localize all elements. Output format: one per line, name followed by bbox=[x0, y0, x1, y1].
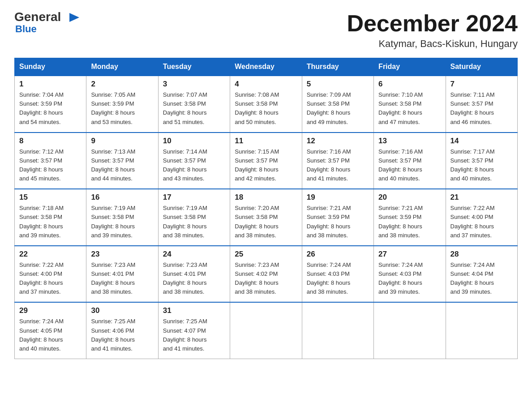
day-info: Sunrise: 7:24 AM Sunset: 4:04 PM Dayligh… bbox=[450, 261, 513, 297]
day-cell: 18 Sunrise: 7:20 AM Sunset: 3:58 PM Dayl… bbox=[230, 189, 302, 246]
day-cell: 29 Sunrise: 7:24 AM Sunset: 4:05 PM Dayl… bbox=[15, 302, 86, 359]
day-cell: 26 Sunrise: 7:24 AM Sunset: 4:03 PM Dayl… bbox=[302, 246, 373, 303]
day-info: Sunrise: 7:05 AM Sunset: 3:59 PM Dayligh… bbox=[91, 90, 153, 127]
day-info: Sunrise: 7:22 AM Sunset: 4:00 PM Dayligh… bbox=[450, 204, 513, 240]
day-info: Sunrise: 7:22 AM Sunset: 4:00 PM Dayligh… bbox=[19, 261, 82, 297]
day-info: Sunrise: 7:23 AM Sunset: 4:02 PM Dayligh… bbox=[235, 261, 297, 297]
day-number: 30 bbox=[91, 306, 153, 315]
day-number: 22 bbox=[19, 250, 82, 259]
logo: General Blue bbox=[14, 11, 79, 35]
day-cell: 16 Sunrise: 7:19 AM Sunset: 3:58 PM Dayl… bbox=[86, 189, 158, 246]
day-cell: 19 Sunrise: 7:21 AM Sunset: 3:59 PM Dayl… bbox=[302, 189, 373, 246]
day-cell: 20 Sunrise: 7:21 AM Sunset: 3:59 PM Dayl… bbox=[374, 189, 446, 246]
day-number: 8 bbox=[19, 137, 82, 146]
day-number: 17 bbox=[163, 193, 225, 202]
header-sunday: Sunday bbox=[15, 58, 86, 76]
day-number: 20 bbox=[378, 193, 441, 202]
day-cell: 13 Sunrise: 7:16 AM Sunset: 3:57 PM Dayl… bbox=[374, 133, 446, 189]
day-info: Sunrise: 7:19 AM Sunset: 3:58 PM Dayligh… bbox=[91, 204, 153, 240]
day-cell: 7 Sunrise: 7:11 AM Sunset: 3:57 PM Dayli… bbox=[446, 76, 517, 133]
day-info: Sunrise: 7:23 AM Sunset: 4:01 PM Dayligh… bbox=[163, 261, 225, 297]
day-number: 21 bbox=[450, 193, 513, 202]
page-header: General Blue December 2024 Katymar, Bacs… bbox=[14, 11, 518, 50]
day-number: 3 bbox=[163, 80, 225, 89]
week-row-3: 15 Sunrise: 7:18 AM Sunset: 3:58 PM Dayl… bbox=[15, 189, 518, 246]
day-cell: 8 Sunrise: 7:12 AM Sunset: 3:57 PM Dayli… bbox=[15, 133, 86, 189]
month-title: December 2024 bbox=[347, 11, 518, 36]
day-cell: 2 Sunrise: 7:05 AM Sunset: 3:59 PM Dayli… bbox=[86, 76, 158, 133]
calendar-table: Sunday Monday Tuesday Wednesday Thursday… bbox=[14, 58, 518, 359]
day-cell: 30 Sunrise: 7:25 AM Sunset: 4:06 PM Dayl… bbox=[86, 302, 158, 359]
day-info: Sunrise: 7:24 AM Sunset: 4:05 PM Dayligh… bbox=[19, 317, 82, 353]
day-info: Sunrise: 7:21 AM Sunset: 3:59 PM Dayligh… bbox=[378, 204, 441, 240]
day-cell: 14 Sunrise: 7:17 AM Sunset: 3:57 PM Dayl… bbox=[446, 133, 517, 189]
day-cell bbox=[374, 302, 446, 359]
week-row-2: 8 Sunrise: 7:12 AM Sunset: 3:57 PM Dayli… bbox=[15, 133, 518, 189]
day-number: 29 bbox=[19, 306, 82, 315]
day-number: 12 bbox=[307, 137, 369, 146]
logo-text: General bbox=[14, 11, 79, 23]
day-info: Sunrise: 7:08 AM Sunset: 3:58 PM Dayligh… bbox=[235, 90, 297, 127]
title-area: December 2024 Katymar, Bacs-Kiskun, Hung… bbox=[347, 11, 518, 50]
day-number: 15 bbox=[19, 193, 82, 202]
day-number: 6 bbox=[378, 80, 441, 89]
day-cell: 15 Sunrise: 7:18 AM Sunset: 3:58 PM Dayl… bbox=[15, 189, 86, 246]
day-info: Sunrise: 7:13 AM Sunset: 3:57 PM Dayligh… bbox=[91, 147, 153, 184]
week-row-5: 29 Sunrise: 7:24 AM Sunset: 4:05 PM Dayl… bbox=[15, 302, 518, 359]
day-cell: 22 Sunrise: 7:22 AM Sunset: 4:00 PM Dayl… bbox=[15, 246, 86, 303]
header-tuesday: Tuesday bbox=[158, 58, 230, 76]
day-info: Sunrise: 7:25 AM Sunset: 4:07 PM Dayligh… bbox=[163, 317, 225, 353]
day-number: 9 bbox=[91, 137, 153, 146]
day-info: Sunrise: 7:12 AM Sunset: 3:57 PM Dayligh… bbox=[19, 147, 82, 184]
header-monday: Monday bbox=[86, 58, 158, 76]
day-cell: 28 Sunrise: 7:24 AM Sunset: 4:04 PM Dayl… bbox=[446, 246, 517, 303]
day-cell: 9 Sunrise: 7:13 AM Sunset: 3:57 PM Dayli… bbox=[86, 133, 158, 189]
day-cell: 5 Sunrise: 7:09 AM Sunset: 3:58 PM Dayli… bbox=[302, 76, 373, 133]
day-info: Sunrise: 7:16 AM Sunset: 3:57 PM Dayligh… bbox=[307, 147, 369, 184]
day-cell bbox=[446, 302, 517, 359]
day-cell bbox=[302, 302, 373, 359]
day-number: 18 bbox=[235, 193, 297, 202]
day-info: Sunrise: 7:19 AM Sunset: 3:58 PM Dayligh… bbox=[163, 204, 225, 240]
day-info: Sunrise: 7:09 AM Sunset: 3:58 PM Dayligh… bbox=[307, 90, 369, 127]
day-cell: 12 Sunrise: 7:16 AM Sunset: 3:57 PM Dayl… bbox=[302, 133, 373, 189]
header-friday: Friday bbox=[374, 58, 446, 76]
day-cell bbox=[230, 302, 302, 359]
location-title: Katymar, Bacs-Kiskun, Hungary bbox=[347, 38, 518, 50]
day-number: 28 bbox=[450, 250, 513, 259]
day-number: 1 bbox=[19, 80, 82, 89]
logo-general: General bbox=[14, 10, 61, 24]
day-info: Sunrise: 7:17 AM Sunset: 3:57 PM Dayligh… bbox=[450, 147, 513, 184]
day-number: 23 bbox=[91, 250, 153, 259]
day-cell: 31 Sunrise: 7:25 AM Sunset: 4:07 PM Dayl… bbox=[158, 302, 230, 359]
day-number: 26 bbox=[307, 250, 369, 259]
day-cell: 10 Sunrise: 7:14 AM Sunset: 3:57 PM Dayl… bbox=[158, 133, 230, 189]
day-info: Sunrise: 7:10 AM Sunset: 3:58 PM Dayligh… bbox=[378, 90, 441, 127]
day-info: Sunrise: 7:07 AM Sunset: 3:58 PM Dayligh… bbox=[163, 90, 225, 127]
header-thursday: Thursday bbox=[302, 58, 373, 76]
day-cell: 24 Sunrise: 7:23 AM Sunset: 4:01 PM Dayl… bbox=[158, 246, 230, 303]
day-info: Sunrise: 7:21 AM Sunset: 3:59 PM Dayligh… bbox=[307, 204, 369, 240]
day-cell: 3 Sunrise: 7:07 AM Sunset: 3:58 PM Dayli… bbox=[158, 76, 230, 133]
header-wednesday: Wednesday bbox=[230, 58, 302, 76]
day-info: Sunrise: 7:14 AM Sunset: 3:57 PM Dayligh… bbox=[163, 147, 225, 184]
day-info: Sunrise: 7:11 AM Sunset: 3:57 PM Dayligh… bbox=[450, 90, 513, 127]
day-number: 24 bbox=[163, 250, 225, 259]
day-number: 19 bbox=[307, 193, 369, 202]
day-cell: 17 Sunrise: 7:19 AM Sunset: 3:58 PM Dayl… bbox=[158, 189, 230, 246]
day-cell: 1 Sunrise: 7:04 AM Sunset: 3:59 PM Dayli… bbox=[15, 76, 86, 133]
day-info: Sunrise: 7:16 AM Sunset: 3:57 PM Dayligh… bbox=[378, 147, 441, 184]
day-number: 27 bbox=[378, 250, 441, 259]
day-number: 7 bbox=[450, 80, 513, 89]
day-cell: 25 Sunrise: 7:23 AM Sunset: 4:02 PM Dayl… bbox=[230, 246, 302, 303]
day-info: Sunrise: 7:15 AM Sunset: 3:57 PM Dayligh… bbox=[235, 147, 297, 184]
day-info: Sunrise: 7:25 AM Sunset: 4:06 PM Dayligh… bbox=[91, 317, 153, 353]
day-number: 13 bbox=[378, 137, 441, 146]
day-cell: 21 Sunrise: 7:22 AM Sunset: 4:00 PM Dayl… bbox=[446, 189, 517, 246]
day-number: 16 bbox=[91, 193, 153, 202]
day-cell: 27 Sunrise: 7:24 AM Sunset: 4:03 PM Dayl… bbox=[374, 246, 446, 303]
day-info: Sunrise: 7:04 AM Sunset: 3:59 PM Dayligh… bbox=[19, 90, 82, 127]
day-number: 10 bbox=[163, 137, 225, 146]
day-cell: 23 Sunrise: 7:23 AM Sunset: 4:01 PM Dayl… bbox=[86, 246, 158, 303]
week-row-1: 1 Sunrise: 7:04 AM Sunset: 3:59 PM Dayli… bbox=[15, 76, 518, 133]
